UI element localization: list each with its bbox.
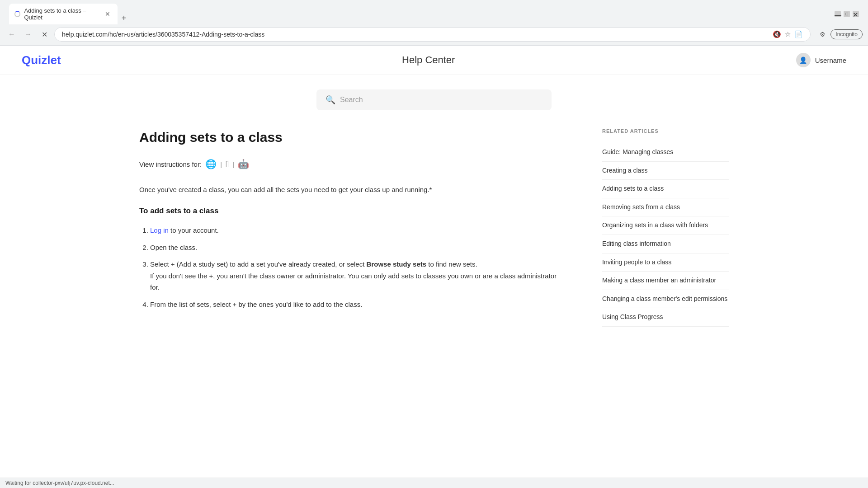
search-section: 🔍 Search: [0, 75, 868, 128]
username: Username: [815, 56, 846, 64]
step-2: Open the class.: [150, 242, 566, 253]
platform-separator-2: |: [232, 160, 234, 168]
search-bar[interactable]: 🔍 Search: [316, 89, 552, 110]
page-header: Quizlet Help Center 👤 Username: [0, 46, 868, 75]
related-link-edit-permissions[interactable]: Changing a class member's edit permissio…: [602, 290, 729, 309]
toolbar-icons: ⚙ Incognito: [816, 28, 863, 41]
search-icon: 🔍: [326, 95, 335, 105]
related-link-guide-managing[interactable]: Guide: Managing classes: [602, 143, 729, 162]
related-link-editing-class[interactable]: Editing class information: [602, 235, 729, 253]
user-area[interactable]: 👤 Username: [796, 53, 846, 67]
related-link-organizing[interactable]: Organizing sets in a class with folders: [602, 216, 729, 235]
forward-button[interactable]: →: [22, 28, 34, 41]
search-input[interactable]: Search: [340, 96, 363, 104]
android-platform-icon[interactable]: 🤖: [238, 159, 249, 169]
incognito-badge: Incognito: [830, 29, 863, 39]
help-center-title: Help Center: [402, 54, 455, 66]
address-icons: 🔇 ☆ 📄: [773, 30, 803, 38]
log-in-link[interactable]: Log in: [150, 226, 169, 234]
related-link-making-admin[interactable]: Making a class member an administrator: [602, 272, 729, 290]
related-link-class-progress[interactable]: Using Class Progress: [602, 308, 729, 327]
tab-loading-spinner: [14, 11, 20, 17]
sidebar: RELATED ARTICLES Guide: Managing classes…: [602, 128, 729, 327]
tab-bar: Adding sets to a class – Quizlet ✕ +: [5, 4, 134, 24]
reader-icon[interactable]: 📄: [794, 30, 803, 38]
reload-button[interactable]: ✕: [38, 28, 51, 41]
view-instructions-label: View instructions for:: [139, 160, 202, 168]
new-tab-button[interactable]: +: [118, 12, 130, 24]
related-link-removing-sets[interactable]: Removing sets from a class: [602, 198, 729, 217]
step-1: Log in to your account.: [150, 225, 566, 236]
step-3: Select + (Add a study set) to add a set …: [150, 258, 566, 293]
avatar: 👤: [796, 53, 811, 67]
main-content: Adding sets to a class View instructions…: [118, 128, 750, 327]
address-bar[interactable]: help.quizlet.com/hc/en-us/articles/36003…: [54, 27, 811, 42]
view-instructions: View instructions for: 🌐 |  | 🤖: [139, 159, 566, 169]
close-window-button[interactable]: ✕: [853, 11, 859, 17]
minimize-button[interactable]: —: [835, 11, 841, 17]
privacy-icon: 🔇: [773, 30, 781, 38]
address-bar-row: ← → ✕ help.quizlet.com/hc/en-us/articles…: [0, 24, 868, 45]
platform-icons: 🌐 |  | 🤖: [205, 159, 249, 169]
browser-chrome: Adding sets to a class – Quizlet ✕ + — □…: [0, 0, 868, 46]
back-button[interactable]: ←: [5, 28, 18, 41]
active-tab[interactable]: Adding sets to a class – Quizlet ✕: [9, 4, 118, 24]
web-platform-icon[interactable]: 🌐: [205, 159, 217, 169]
article-title: Adding sets to a class: [139, 128, 566, 146]
steps-list: Log in to your account. Open the class. …: [139, 225, 566, 310]
article-intro: Once you've created a class, you can add…: [139, 184, 566, 196]
bookmark-icon[interactable]: ☆: [785, 30, 791, 38]
article-section: Adding sets to a class View instructions…: [139, 128, 602, 327]
related-articles-title: RELATED ARTICLES: [602, 128, 729, 134]
platform-separator-1: |: [220, 160, 222, 168]
article-body: Once you've created a class, you can add…: [139, 184, 566, 310]
tab-title: Adding sets to a class – Quizlet: [24, 7, 101, 21]
apple-platform-icon[interactable]: : [226, 159, 229, 169]
tab-close-button[interactable]: ✕: [105, 11, 110, 17]
related-link-inviting[interactable]: Inviting people to a class: [602, 253, 729, 272]
related-link-creating[interactable]: Creating a class: [602, 162, 729, 180]
related-link-adding-sets[interactable]: Adding sets to a class: [602, 180, 729, 198]
maximize-button[interactable]: □: [844, 11, 850, 17]
to-add-heading: To add sets to a class: [139, 205, 566, 218]
quizlet-logo[interactable]: Quizlet: [22, 53, 61, 67]
step-4: From the list of sets, select + by the o…: [150, 299, 566, 310]
url-text: help.quizlet.com/hc/en-us/articles/36003…: [62, 31, 769, 38]
extensions-button[interactable]: ⚙: [816, 28, 829, 41]
title-bar: Adding sets to a class – Quizlet ✕ + — □…: [0, 0, 868, 24]
